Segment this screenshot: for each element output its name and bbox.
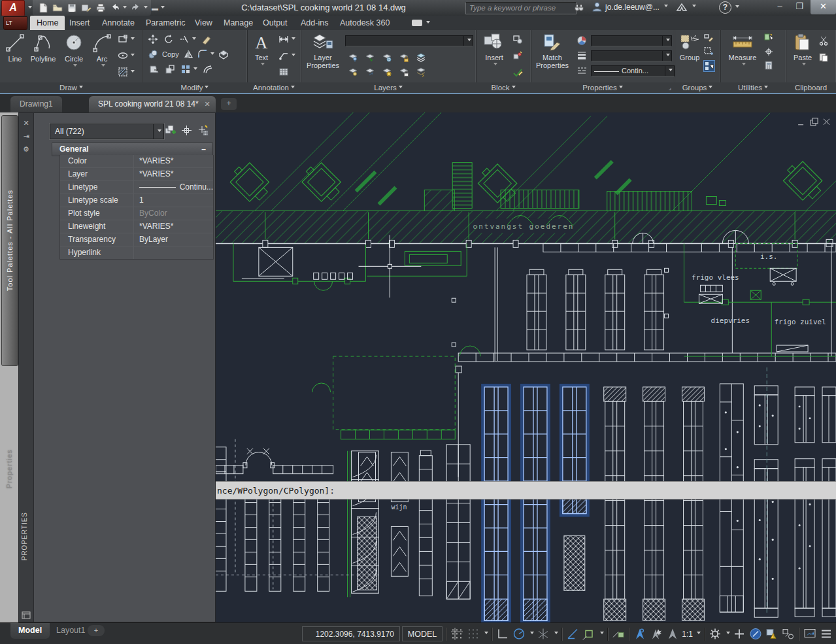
help-area[interactable]: ? (719, 1, 739, 14)
new-layout-button[interactable]: + (88, 625, 105, 636)
panel-label-draw[interactable]: Draw (0, 82, 142, 93)
line-tool[interactable]: Line (3, 33, 27, 63)
redo-dropdown-icon[interactable] (144, 6, 148, 10)
dimension-icon[interactable] (278, 34, 289, 44)
prop-row-color[interactable]: Color*VARIES* (60, 155, 213, 168)
tab-parametric[interactable]: Parametric (139, 16, 192, 30)
block-attributes-icon[interactable] (512, 67, 523, 77)
arc-tool[interactable]: Arc (90, 33, 114, 69)
create-block-icon[interactable] (512, 34, 523, 44)
cut-icon[interactable] (818, 35, 829, 46)
section-general[interactable]: General – (52, 143, 213, 156)
redo-icon[interactable] (131, 3, 141, 13)
ortho-mode-icon[interactable] (495, 626, 510, 641)
qat-customize-icon[interactable]: ▬ (152, 5, 158, 12)
paste-tool[interactable]: Paste (790, 33, 816, 67)
layer-properties-tool[interactable]: Layer Properties (303, 33, 343, 69)
linetype-icon[interactable] (577, 65, 587, 76)
circle-tool[interactable]: Circle (60, 33, 88, 69)
grid-display-icon[interactable] (466, 626, 480, 641)
properties-dock-tab[interactable]: Properties (1, 374, 17, 564)
qat-customize-arrow-icon[interactable] (161, 6, 165, 10)
autodesk360-dropdown-icon[interactable] (692, 5, 696, 9)
polar-dropdown-icon[interactable] (530, 632, 534, 636)
quick-select-icon[interactable] (763, 33, 774, 43)
tab-output[interactable]: Output (256, 16, 294, 30)
isodraft-icon[interactable] (536, 626, 550, 641)
app-menu-button[interactable]: A (1, 0, 25, 16)
workspace-gear-icon[interactable] (708, 626, 722, 641)
panel-label-properties[interactable]: Properties⌟ (531, 82, 675, 93)
search-input[interactable]: Type a keyword or phrase (465, 2, 577, 14)
new-file-icon[interactable] (38, 3, 48, 13)
section-collapse-icon[interactable]: – (201, 143, 206, 156)
move-icon[interactable] (148, 34, 158, 44)
toggle-pickadd-icon[interactable] (197, 124, 209, 137)
layer-states-icon[interactable] (416, 52, 426, 63)
prop-row-transparency[interactable]: TransparencyByLayer (60, 233, 213, 246)
panel-label-groups[interactable]: Groups (675, 82, 720, 93)
ribbon-display-toggle[interactable] (412, 18, 431, 27)
restore-button[interactable]: ❐ (790, 0, 809, 14)
layer-unisolate-icon[interactable] (348, 67, 358, 77)
trim-icon[interactable] (179, 34, 190, 44)
layer-on-off-icon[interactable] (382, 67, 392, 77)
tool-palettes-tab[interactable]: Tool Palettes - All Palettes (1, 115, 18, 366)
tab-view[interactable]: View (188, 16, 219, 30)
copy-icon[interactable] (148, 49, 158, 59)
palette-autohide-icon[interactable]: ⇥ (22, 131, 31, 141)
erase-icon[interactable] (201, 34, 212, 44)
group-tool[interactable]: Group (676, 33, 703, 61)
tab-annotate[interactable]: Annotate (95, 16, 141, 30)
isodraft-dropdown-icon[interactable] (554, 632, 558, 636)
layer-lock-icon[interactable] (399, 52, 409, 63)
lineweight-icon[interactable] (577, 50, 587, 61)
tab-manage[interactable]: Manage (217, 16, 259, 30)
color-combo[interactable] (591, 35, 672, 46)
tab-home[interactable]: Home (30, 16, 65, 30)
panel-label-utilities[interactable]: Utilities (720, 82, 786, 93)
command-line[interactable]: nce/WPolygon/CPolygon]: (216, 481, 836, 500)
measure-tool[interactable]: Measure (726, 33, 760, 67)
annotation-scale-icon[interactable] (665, 626, 680, 641)
offset-icon[interactable] (203, 64, 213, 75)
app-status-display-icon[interactable] (803, 626, 817, 641)
layer-unlock-icon[interactable] (399, 67, 409, 77)
undo-dropdown-icon[interactable] (123, 6, 127, 10)
plot-icon[interactable] (95, 3, 106, 13)
layer-current-icon[interactable] (365, 52, 375, 63)
tab-insert[interactable]: Insert (63, 16, 96, 30)
panel-label-modify[interactable]: Modify (142, 82, 247, 93)
layer-match-icon[interactable] (365, 67, 375, 77)
help-dropdown-icon[interactable] (735, 5, 739, 10)
osnap-dropdown-icon[interactable] (600, 632, 604, 636)
scale-dropdown-icon[interactable] (697, 632, 701, 636)
layer-fade-icon[interactable] (416, 67, 426, 77)
arc-dropdown-icon[interactable] (101, 64, 105, 69)
help-icon[interactable]: ? (719, 1, 731, 14)
palette-settings-icon[interactable]: ⚙ (22, 144, 31, 154)
open-file-icon[interactable] (52, 3, 63, 13)
quick-calc-icon[interactable] (763, 60, 774, 71)
autodesk360-icon[interactable] (676, 2, 688, 12)
tab-addins[interactable]: Add-ins (294, 16, 335, 30)
copy-clip-icon[interactable] (818, 52, 829, 63)
save-as-icon[interactable] (81, 3, 92, 13)
circle-dropdown-icon[interactable] (73, 64, 77, 69)
object-snap-icon[interactable] (582, 626, 596, 641)
isolate-objects-icon[interactable] (781, 626, 795, 641)
rectangle-tool-icon[interactable] (118, 34, 128, 44)
palette-close-icon[interactable]: ✕ (22, 118, 31, 127)
signin-area[interactable]: jo.de.leeuw@... (592, 1, 696, 12)
prop-row-linetype-scale[interactable]: Linetype scale1 (60, 194, 213, 207)
set-base-point-icon[interactable] (512, 50, 523, 61)
object-snap-tracking-icon[interactable] (565, 626, 580, 641)
save-icon[interactable] (67, 3, 77, 13)
polar-tracking-icon[interactable] (512, 626, 526, 641)
prop-row-layer[interactable]: Layer*VARIES* (60, 168, 213, 181)
insert-tool[interactable]: Insert (480, 33, 509, 67)
new-drawing-tab-button[interactable]: + (221, 98, 237, 110)
group-edit-icon[interactable] (703, 46, 714, 57)
prop-row-plot-style[interactable]: Plot styleByColor (60, 207, 213, 220)
annotation-scale-value[interactable]: 1:1 (682, 630, 693, 639)
